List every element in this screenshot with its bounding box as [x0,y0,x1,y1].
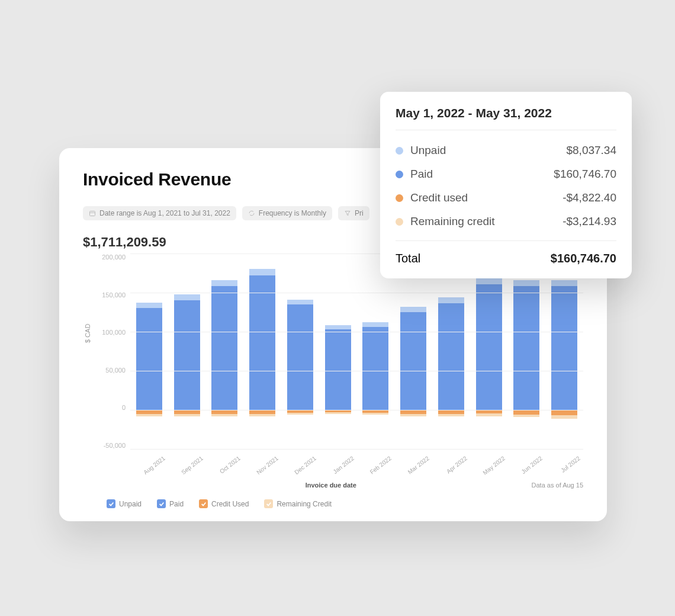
bar-column[interactable] [513,254,539,449]
x-tick-label: Apr 2022 [443,455,468,476]
bar-segment-unpaid [249,269,275,275]
x-tick-label: Jul 2022 [557,455,581,476]
bar-column[interactable] [174,254,200,449]
x-tick-label: Dec 2021 [292,455,317,476]
bar-segment-credit-used [513,410,539,415]
bar-segment-remaining-credit [249,414,275,416]
legend-label: Unpaid [119,500,142,508]
bar-segment-paid [249,275,275,410]
x-tick-label: May 2022 [481,455,506,476]
series-dot-icon [396,147,403,155]
bar-segment-unpaid [551,280,577,287]
bar-segment-remaining-credit [476,413,502,416]
bar-column[interactable] [438,254,464,449]
series-dot-icon [396,218,403,226]
legend-label: Paid [169,500,184,508]
y-tick-label: 200,000 [102,254,126,261]
gridline [130,410,583,410]
x-tick-label: Jan 2022 [330,455,355,476]
x-tick-label: Feb 2022 [368,455,393,476]
chip-label: Pri [355,209,364,217]
y-axis-label: $ CAD [84,324,91,343]
chip-filter[interactable]: Pri [338,206,369,220]
bar-segment-paid [211,286,237,410]
data-as-of: Data as of Aug 15 [532,482,583,489]
checkbox-icon [157,499,166,508]
checkbox-icon [264,499,273,508]
chip-frequency[interactable]: Frequency is Monthly [242,206,332,220]
bar-segment-unpaid [174,294,200,301]
tooltip-series-value: -$3,214.93 [562,215,616,228]
bar-column[interactable] [400,254,426,449]
tooltip-series-label: Credit used [410,191,562,204]
legend-item-paid[interactable]: Paid [157,499,184,508]
tooltip-row-remaining-credit: Remaining credit-$3,214.93 [396,210,616,233]
bar-segment-remaining-credit [211,414,237,416]
gridline [130,371,583,371]
x-tick-label: Aug 2021 [142,455,166,476]
tooltip-rows: Unpaid$8,037.34Paid$160,746.70Credit use… [396,139,616,233]
legend-label: Remaining Credit [277,500,332,508]
bar-column[interactable] [287,254,313,449]
bar-column[interactable] [476,254,502,449]
bar-segment-paid [551,286,577,410]
bar-column[interactable] [362,254,388,449]
tooltip-row-credit-used: Credit used-$4,822.40 [396,186,616,210]
legend-item-unpaid[interactable]: Unpaid [107,499,142,508]
checkbox-icon [199,499,208,508]
gridline [130,332,583,332]
x-tick-label: Sep 2021 [179,455,204,476]
bar-segment-unpaid [476,278,502,284]
bar-segment-remaining-credit [551,415,577,418]
bar-segment-paid [325,329,351,410]
y-tick-label: 150,000 [102,291,126,299]
y-axis: $ CAD 200,000150,000100,00050,0000-50,00… [83,254,130,449]
svg-rect-0 [90,211,95,216]
tooltip-series-value: -$4,822.40 [562,191,616,204]
bar-column[interactable] [211,254,237,449]
bar-column[interactable] [551,254,577,449]
bar-segment-paid [476,284,502,410]
bar-segment-paid [438,303,464,410]
tooltip-series-value: $160,746.70 [554,168,616,181]
legend-label: Credit Used [211,500,249,508]
x-axis: Aug 2021Sep 2021Oct 2021Nov 2021Dec 2021… [130,455,583,461]
bar-segment-unpaid [400,307,426,312]
tooltip-row-paid: Paid$160,746.70 [396,162,616,186]
bar-segment-credit-used [551,410,577,415]
bar-segment-paid [287,304,313,410]
bar-segment-paid [136,308,162,410]
bar-segment-remaining-credit [513,415,539,417]
chip-date-range[interactable]: Date range is Aug 1, 2021 to Jul 31, 202… [83,206,236,220]
x-tick-label: Mar 2022 [406,455,430,476]
tooltip-date-range: May 1, 2022 - May 31, 2022 [396,106,616,130]
plot-area [130,254,583,449]
chip-label: Date range is Aug 1, 2021 to Jul 31, 202… [99,209,230,217]
bar-column[interactable] [249,254,275,449]
bar-segment-remaining-credit [287,413,313,415]
filter-icon [344,210,351,217]
bar-chart: $ CAD 200,000150,000100,00050,0000-50,00… [83,254,583,449]
bar-segment-remaining-credit [362,413,388,415]
bar-segment-unpaid [287,300,313,304]
x-tick-label: Nov 2021 [255,455,279,476]
bar-segment-unpaid [136,303,162,308]
y-tick-label: 100,000 [102,329,126,336]
bar-column[interactable] [136,254,162,449]
tooltip-popover: May 1, 2022 - May 31, 2022 Unpaid$8,037.… [380,92,632,278]
bar-segment-paid [362,327,388,410]
y-tick-label: 0 [122,404,126,411]
y-tick-label: 50,000 [105,367,126,374]
bar-group [130,254,583,449]
gridline [130,449,583,450]
legend-item-remaining-credit[interactable]: Remaining Credit [264,499,332,508]
tooltip-total-value: $160,746.70 [551,252,616,265]
legend-item-credit-used[interactable]: Credit Used [199,499,249,508]
tooltip-total-label: Total [396,252,420,265]
tooltip-series-label: Remaining credit [410,215,562,228]
tooltip-row-unpaid: Unpaid$8,037.34 [396,139,616,162]
chart-footer: Invoice due date Data as of Aug 15 [130,482,583,489]
bar-column[interactable] [325,254,351,449]
bar-segment-remaining-credit [174,414,200,416]
bar-segment-paid [400,312,426,410]
